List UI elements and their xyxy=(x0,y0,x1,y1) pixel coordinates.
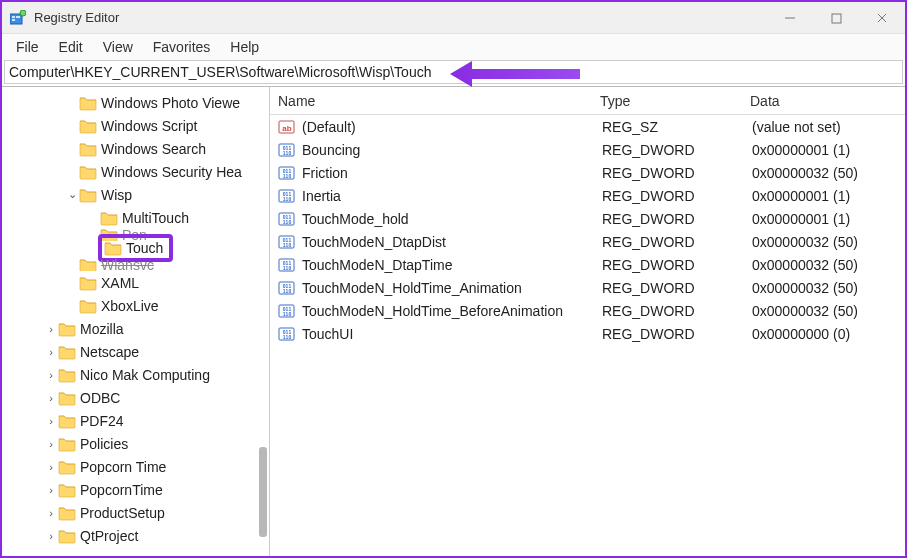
tree-item[interactable]: XAML xyxy=(2,271,269,294)
chevron-right-icon[interactable]: › xyxy=(44,369,58,381)
address-bar[interactable]: Computer\HKEY_CURRENT_USER\Software\Micr… xyxy=(4,60,903,84)
close-button[interactable] xyxy=(859,2,905,34)
window-controls xyxy=(767,2,905,34)
value-name: Inertia xyxy=(302,188,602,204)
column-type[interactable]: Type xyxy=(600,93,750,109)
tree-scrollbar[interactable] xyxy=(259,447,267,537)
tree-item-label: Windows Search xyxy=(101,141,206,157)
chevron-right-icon[interactable]: › xyxy=(44,461,58,473)
tree-item[interactable]: Windows Script xyxy=(2,114,269,137)
list-row[interactable]: 011110TouchMode_holdREG_DWORD0x00000001 … xyxy=(270,207,905,230)
menu-edit[interactable]: Edit xyxy=(49,37,93,57)
list-row[interactable]: 011110TouchModeN_DtapTimeREG_DWORD0x0000… xyxy=(270,253,905,276)
chevron-right-icon[interactable]: › xyxy=(44,438,58,450)
list-row[interactable]: 011110InertiaREG_DWORD0x00000001 (1) xyxy=(270,184,905,207)
tree-item[interactable]: ⌄Wisp xyxy=(2,183,269,206)
menubar: File Edit View Favorites Help xyxy=(2,34,905,60)
chevron-right-icon[interactable]: › xyxy=(44,507,58,519)
minimize-button[interactable] xyxy=(767,2,813,34)
tree-item-label: MultiTouch xyxy=(122,210,189,226)
list-row[interactable]: 011110TouchModeN_HoldTime_BeforeAnimatio… xyxy=(270,299,905,322)
svg-text:110: 110 xyxy=(283,196,292,202)
value-data: 0x00000032 (50) xyxy=(752,257,905,273)
highlight-annotation: Touch xyxy=(98,234,173,262)
tree-item[interactable]: Windows Photo Viewe xyxy=(2,91,269,114)
tree-item-label: Windows Security Hea xyxy=(101,164,242,180)
tree-item[interactable]: Windows Security Hea xyxy=(2,160,269,183)
value-name: TouchMode_hold xyxy=(302,211,602,227)
svg-rect-6 xyxy=(832,14,841,23)
tree-item[interactable]: ›QtProject xyxy=(2,524,269,547)
column-data[interactable]: Data xyxy=(750,93,905,109)
list-row[interactable]: 011110TouchModeN_DtapDistREG_DWORD0x0000… xyxy=(270,230,905,253)
list-pane[interactable]: Name Type Data ab(Default)REG_SZ(value n… xyxy=(270,87,905,556)
value-type: REG_DWORD xyxy=(602,211,752,227)
list-header: Name Type Data xyxy=(270,87,905,115)
chevron-right-icon[interactable]: › xyxy=(44,484,58,496)
tree-item[interactable]: Wlansvc xyxy=(2,259,269,271)
maximize-button[interactable] xyxy=(813,2,859,34)
tree-item[interactable]: ›ProductSetup xyxy=(2,501,269,524)
list-row[interactable]: 011110TouchUIREG_DWORD0x00000000 (0) xyxy=(270,322,905,345)
tree-item[interactable]: Windows Search xyxy=(2,137,269,160)
tree-item-label: XAML xyxy=(101,275,139,291)
value-data: 0x00000032 (50) xyxy=(752,280,905,296)
tree-item-label: ODBC xyxy=(80,390,120,406)
svg-rect-2 xyxy=(12,19,15,21)
chevron-right-icon[interactable]: › xyxy=(44,530,58,542)
address-path: Computer\HKEY_CURRENT_USER\Software\Micr… xyxy=(9,64,431,80)
list-row[interactable]: 011110BouncingREG_DWORD0x00000001 (1) xyxy=(270,138,905,161)
tree-item-label: QtProject xyxy=(80,528,138,544)
tree-item-label: Wlansvc xyxy=(101,259,154,271)
svg-text:110: 110 xyxy=(283,311,292,317)
list-row[interactable]: 011110FrictionREG_DWORD0x00000032 (50) xyxy=(270,161,905,184)
chevron-right-icon[interactable]: › xyxy=(44,346,58,358)
tree-item-label: Popcorn Time xyxy=(80,459,166,475)
value-name: TouchUI xyxy=(302,326,602,342)
value-data: 0x00000001 (1) xyxy=(752,142,905,158)
list-row[interactable]: 011110TouchModeN_HoldTime_AnimationREG_D… xyxy=(270,276,905,299)
svg-text:110: 110 xyxy=(283,173,292,179)
regedit-icon xyxy=(10,10,26,26)
tree-item[interactable]: ›Nico Mak Computing xyxy=(2,363,269,386)
value-type: REG_DWORD xyxy=(602,326,752,342)
value-type: REG_DWORD xyxy=(602,280,752,296)
svg-text:ab: ab xyxy=(282,124,291,133)
value-type: REG_DWORD xyxy=(602,142,752,158)
svg-text:110: 110 xyxy=(283,219,292,225)
tree-item-label: Policies xyxy=(80,436,128,452)
window-title: Registry Editor xyxy=(34,10,119,25)
tree-item[interactable]: ›Mozilla xyxy=(2,317,269,340)
value-data: 0x00000032 (50) xyxy=(752,234,905,250)
chevron-right-icon[interactable]: › xyxy=(44,415,58,427)
column-name[interactable]: Name xyxy=(270,93,600,109)
value-data: 0x00000001 (1) xyxy=(752,211,905,227)
tree-item[interactable]: ›PDF24 xyxy=(2,409,269,432)
list-row[interactable]: ab(Default)REG_SZ(value not set) xyxy=(270,115,905,138)
value-type: REG_DWORD xyxy=(602,165,752,181)
tree-item-label: Wisp xyxy=(101,187,132,203)
svg-rect-3 xyxy=(16,16,20,18)
tree-item[interactable]: XboxLive xyxy=(2,294,269,317)
menu-favorites[interactable]: Favorites xyxy=(143,37,221,57)
tree-item[interactable]: ›Popcorn Time xyxy=(2,455,269,478)
svg-text:110: 110 xyxy=(283,242,292,248)
menu-help[interactable]: Help xyxy=(220,37,269,57)
tree-item[interactable]: ›Policies xyxy=(2,432,269,455)
chevron-right-icon[interactable]: › xyxy=(44,323,58,335)
value-type: REG_DWORD xyxy=(602,303,752,319)
tree-item[interactable]: MultiTouch xyxy=(2,206,269,229)
tree-item[interactable]: ›PopcornTime xyxy=(2,478,269,501)
tree-item[interactable]: ›ODBC xyxy=(2,386,269,409)
tree-pane[interactable]: Windows Photo VieweWindows ScriptWindows… xyxy=(2,87,270,556)
value-name: Friction xyxy=(302,165,602,181)
menu-view[interactable]: View xyxy=(93,37,143,57)
menu-file[interactable]: File xyxy=(6,37,49,57)
chevron-right-icon[interactable]: › xyxy=(44,392,58,404)
svg-text:110: 110 xyxy=(283,150,292,156)
tree-item[interactable]: ›Netscape xyxy=(2,340,269,363)
titlebar: Registry Editor xyxy=(2,2,905,34)
svg-point-4 xyxy=(20,10,26,16)
svg-text:110: 110 xyxy=(283,265,292,271)
chevron-down-icon[interactable]: ⌄ xyxy=(65,188,79,201)
